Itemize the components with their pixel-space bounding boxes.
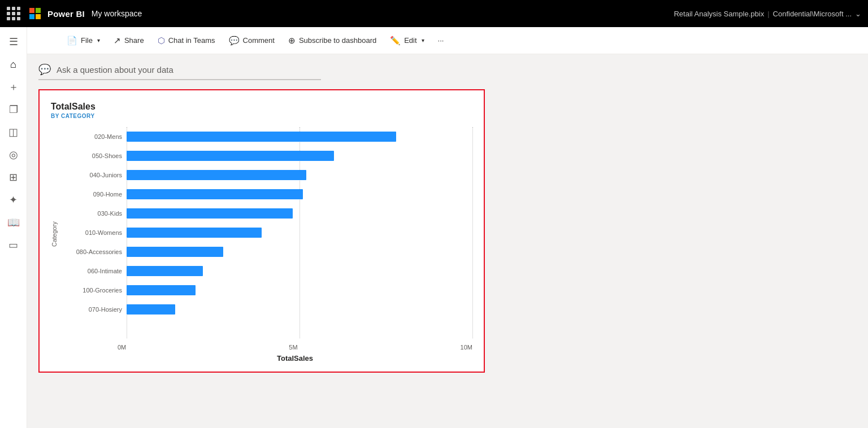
chart-row: 050-Shoes (60, 146, 472, 165)
bar (127, 247, 223, 257)
chart-title: TotalSales (51, 102, 472, 112)
share-button[interactable]: ↗ Share (108, 32, 150, 49)
x-axis-ticks: 0M5M10M (118, 344, 472, 351)
chat-in-teams-button[interactable]: ⬡ Chat in Teams (152, 32, 221, 49)
share-icon: ↗ (114, 36, 121, 46)
bar (127, 208, 293, 219)
chat-label: Chat in Teams (168, 36, 215, 45)
x-tick: 5M (289, 344, 297, 351)
chart-inner: Category 020-Mens050-Shoes040-Juniors090… (51, 127, 472, 342)
row-label: 050-Shoes (60, 152, 122, 159)
file-chevron-icon: ▾ (97, 37, 100, 43)
sidebar-book[interactable]: 📖 (3, 212, 24, 233)
bar (127, 151, 334, 161)
x-axis-label: TotalSales (118, 354, 472, 363)
bar-area (127, 204, 472, 223)
more-options-button[interactable]: ··· (432, 33, 450, 48)
row-label: 040-Juniors (60, 172, 122, 178)
row-label: 060-Intimate (60, 268, 122, 274)
subscribe-icon: ⊕ (288, 36, 296, 46)
bar-area (127, 165, 472, 185)
sidebar-goals[interactable]: ◎ (3, 145, 24, 165)
bar-area (127, 185, 472, 204)
x-tick: 10M (461, 344, 472, 351)
workspace-label: My workspace (92, 9, 142, 18)
bar (127, 266, 203, 276)
comment-icon: 💬 (229, 36, 240, 46)
row-label: 090-Home (60, 191, 122, 198)
sidebar: ☰ ⌂ ＋ ❐ ◫ ◎ ⊞ ✦ 📖 ▭ (0, 27, 27, 428)
chart-row: 080-Accessories (60, 242, 472, 261)
ask-icon: 💬 (38, 63, 51, 76)
top-bar: Power BI My workspace Retail Analysis Sa… (0, 0, 868, 27)
app-launcher-icon[interactable] (7, 7, 20, 20)
y-axis-label: Category (51, 127, 58, 342)
subscribe-button[interactable]: ⊕ Subscribe to dashboard (283, 32, 382, 49)
chart-bottom: 0M5M10M TotalSales (118, 344, 472, 363)
main-layout: ☰ ⌂ ＋ ❐ ◫ ◎ ⊞ ✦ 📖 ▭ 📄 File ▾ ↗ Share ⬡ C… (0, 27, 868, 428)
sidebar-browse[interactable]: ❐ (3, 99, 24, 120)
row-label: 030-Kids (60, 210, 122, 217)
row-label: 010-Womens (60, 229, 122, 236)
more-icon: ··· (438, 36, 444, 45)
grid-line (472, 127, 473, 338)
dropdown-chevron-icon[interactable]: ⌄ (855, 10, 861, 18)
row-label: 100-Groceries (60, 287, 122, 294)
chart-row: 030-Kids (60, 204, 472, 223)
chart-row: 020-Mens (60, 127, 472, 146)
sidebar-data[interactable]: ◫ (3, 122, 24, 142)
x-tick: 0M (118, 344, 126, 351)
chart-row: 060-Intimate (60, 261, 472, 281)
bar (127, 285, 196, 295)
edit-icon: ✏️ (390, 36, 401, 46)
sidebar-apps[interactable]: ⊞ (3, 167, 24, 187)
chart-rows-area: 020-Mens050-Shoes040-Juniors090-Home030-… (60, 127, 472, 342)
bar (127, 170, 306, 180)
bar-area (127, 281, 472, 300)
edit-label: Edit (404, 36, 416, 45)
sidebar-monitor[interactable]: ▭ (3, 235, 24, 255)
bar-area (127, 223, 472, 242)
sidebar-hamburger[interactable]: ☰ (3, 32, 24, 52)
subscribe-label: Subscribe to dashboard (299, 36, 376, 45)
bar-area (127, 127, 472, 146)
teams-icon: ⬡ (158, 36, 165, 46)
chart-row: 040-Juniors (60, 165, 472, 185)
confidential-label: Confidential\Microsoft ... (773, 10, 852, 18)
file-icon: 📄 (67, 36, 77, 46)
sidebar-home[interactable]: ⌂ (3, 54, 24, 75)
bar (127, 189, 303, 199)
powerbi-brand: Power BI (47, 9, 85, 19)
chart-row: 010-Womens (60, 223, 472, 242)
sidebar-learn[interactable]: ✦ (3, 190, 24, 210)
bar (127, 228, 262, 238)
ask-bar[interactable]: 💬 Ask a question about your data (38, 63, 321, 80)
bar-area (127, 242, 472, 261)
share-label: Share (124, 36, 144, 45)
comment-label: Comment (243, 36, 275, 45)
chart-row: 090-Home (60, 185, 472, 204)
bar-area (127, 261, 472, 281)
chart-row: 100-Groceries (60, 281, 472, 300)
microsoft-logo (29, 8, 41, 19)
row-label: 080-Accessories (60, 248, 122, 255)
comment-button[interactable]: 💬 Comment (223, 32, 280, 49)
edit-button[interactable]: ✏️ Edit ▾ (384, 32, 429, 49)
bar-area (127, 300, 472, 319)
bar (127, 304, 175, 315)
toolbar: 📄 File ▾ ↗ Share ⬡ Chat in Teams 💬 Comme… (27, 27, 868, 54)
row-label: 070-Hosiery (60, 306, 122, 313)
edit-chevron-icon: ▾ (422, 37, 424, 43)
file-label: File (81, 36, 93, 45)
separator: | (767, 10, 769, 18)
file-button[interactable]: 📄 File ▾ (61, 32, 106, 49)
ask-placeholder: Ask a question about your data (57, 65, 173, 75)
file-info: Retail Analysis Sample.pbix (674, 10, 764, 18)
sidebar-create[interactable]: ＋ (3, 77, 24, 97)
content-area: 💬 Ask a question about your data TotalSa… (27, 54, 868, 428)
top-bar-right: Retail Analysis Sample.pbix | Confidenti… (674, 10, 861, 18)
row-label: 020-Mens (60, 133, 122, 140)
bar-area (127, 146, 472, 165)
chart-subtitle: BY CATEGORY (51, 113, 472, 119)
bar (127, 132, 396, 142)
